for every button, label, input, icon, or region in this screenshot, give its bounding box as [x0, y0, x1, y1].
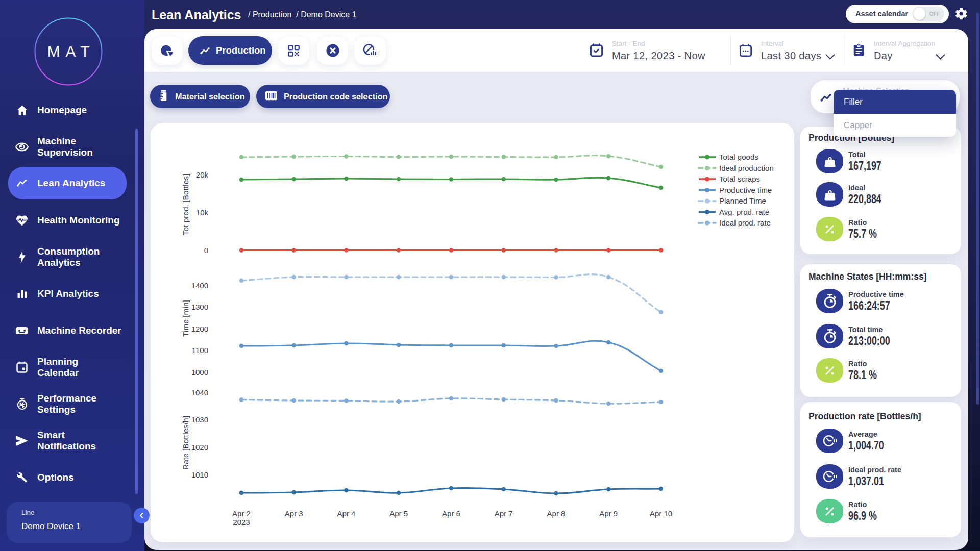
svg-text:Time [min]: Time [min] [181, 300, 190, 337]
svg-text:Apr 5: Apr 5 [389, 509, 408, 518]
svg-text:2023: 2023 [233, 518, 250, 527]
svg-text:1100: 1100 [192, 346, 208, 355]
svg-text:1010: 1010 [191, 470, 208, 479]
svg-text:Ideal production: Ideal production [719, 164, 774, 172]
svg-text:1400: 1400 [191, 281, 208, 290]
svg-text:1020: 1020 [191, 443, 208, 452]
svg-text:Apr 10: Apr 10 [650, 509, 672, 518]
svg-text:1200: 1200 [191, 324, 208, 333]
svg-text:20k: 20k [196, 170, 209, 179]
svg-text:Apr 4: Apr 4 [337, 509, 356, 518]
svg-text:Total goods: Total goods [719, 153, 758, 161]
svg-text:Productive time: Productive time [719, 186, 772, 194]
svg-text:Tot prod. [Bottles]: Tot prod. [Bottles] [181, 174, 190, 236]
svg-text:10k: 10k [196, 208, 209, 217]
svg-text:Apr 9: Apr 9 [599, 509, 618, 518]
svg-text:1300: 1300 [191, 303, 208, 311]
svg-text:Apr 7: Apr 7 [495, 509, 513, 518]
svg-text:Avg. prod. rate: Avg. prod. rate [719, 208, 769, 216]
svg-text:1000: 1000 [191, 368, 208, 377]
svg-text:Apr 2: Apr 2 [232, 509, 251, 518]
svg-text:1040: 1040 [191, 388, 208, 397]
svg-text:1030: 1030 [191, 415, 208, 424]
svg-text:Apr 8: Apr 8 [547, 509, 566, 518]
svg-text:Total scraps: Total scraps [719, 174, 760, 183]
svg-text:0: 0 [204, 246, 208, 255]
svg-text:Apr 3: Apr 3 [285, 509, 303, 518]
svg-text:Planned Time: Planned Time [719, 196, 766, 205]
svg-text:Rate [Bottles/h]: Rate [Bottles/h] [181, 416, 190, 470]
svg-text:Ideal prod. rate: Ideal prod. rate [719, 218, 771, 227]
svg-text:Apr 6: Apr 6 [442, 509, 460, 518]
